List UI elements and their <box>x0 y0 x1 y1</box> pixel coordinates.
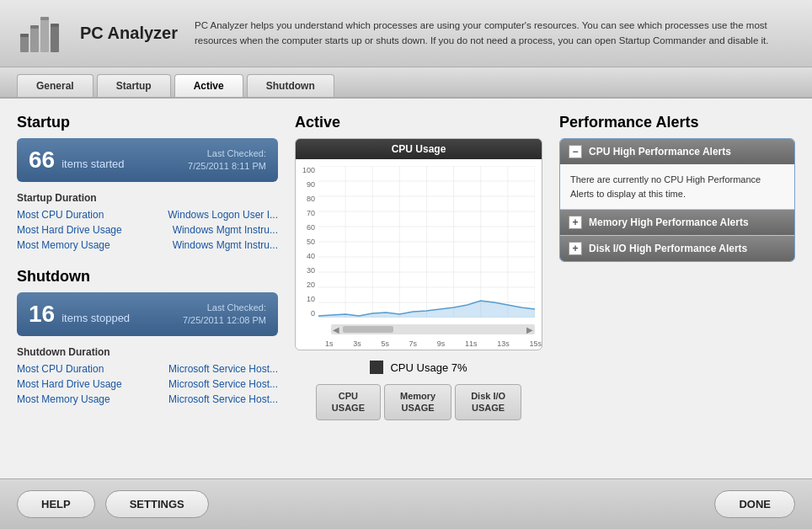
startup-title: Startup <box>17 114 278 131</box>
right-arrow-icon[interactable]: ▶ <box>525 325 535 334</box>
disk-alerts-header[interactable]: + Disk I/O High Performance Alerts <box>560 236 794 261</box>
app-title: PC Analyzer <box>80 24 178 43</box>
tab-shutdown[interactable]: Shutdown <box>247 74 334 97</box>
startup-row-2-label[interactable]: Most Memory Usage <box>17 239 110 251</box>
svg-rect-5 <box>30 25 39 29</box>
disk-usage-tab[interactable]: Disk I/OUSAGE <box>455 384 521 420</box>
header: PC Analyzer PC Analyzer helps you unders… <box>0 0 812 67</box>
shutdown-duration-label: Shutdown Duration <box>17 346 278 358</box>
active-title: Active <box>295 114 542 131</box>
footer-left-buttons: HELP SETTINGS <box>17 490 209 518</box>
startup-row-2-value[interactable]: Windows Mgmt Instru... <box>173 239 278 251</box>
shutdown-row-2-label[interactable]: Most Memory Usage <box>17 393 110 405</box>
legend-label: CPU Usage 7% <box>390 361 467 374</box>
disk-alerts-item: + Disk I/O High Performance Alerts <box>560 236 794 261</box>
svg-rect-4 <box>20 34 29 37</box>
shutdown-title: Shutdown <box>17 268 278 286</box>
shutdown-count-area: 16 items stopped <box>29 301 130 328</box>
chart-svg <box>318 166 535 318</box>
memory-alerts-toggle[interactable]: + <box>569 216 582 229</box>
memory-alerts-label: Memory High Performance Alerts <box>589 216 749 228</box>
startup-last-checked: Last Checked: 7/25/2011 8:11 PM <box>188 147 266 174</box>
left-column: Startup 66 items started Last Checked: 7… <box>17 114 278 463</box>
svg-rect-2 <box>40 19 49 52</box>
shutdown-row-0-value[interactable]: Microsoft Service Host... <box>168 363 278 375</box>
shutdown-row-1-label[interactable]: Most Hard Drive Usage <box>17 378 122 390</box>
shutdown-row-1: Most Hard Drive Usage Microsoft Service … <box>17 378 278 390</box>
startup-count: 66 <box>29 147 55 174</box>
shutdown-section: Shutdown 16 items stopped Last Checked: … <box>17 268 278 409</box>
performance-alerts-title: Performance Alerts <box>559 114 795 131</box>
done-button[interactable]: DONE <box>714 490 795 518</box>
startup-row-1-label[interactable]: Most Hard Drive Usage <box>17 224 122 236</box>
footer: HELP SETTINGS DONE <box>0 478 812 529</box>
disk-alerts-label: Disk I/O High Performance Alerts <box>589 243 747 254</box>
tab-active[interactable]: Active <box>174 74 243 97</box>
help-button[interactable]: HELP <box>17 490 95 518</box>
shutdown-item-label: items stopped <box>61 312 130 324</box>
chart-plot-area <box>318 166 535 318</box>
startup-row-1-value[interactable]: Windows Mgmt Instru... <box>173 224 278 236</box>
chart-scrollbar[interactable]: ◀ ▶ <box>331 324 535 334</box>
startup-row-0: Most CPU Duration Windows Logon User I..… <box>17 209 278 221</box>
startup-row-2: Most Memory Usage Windows Mgmt Instru... <box>17 239 278 251</box>
svg-rect-0 <box>20 35 29 52</box>
shutdown-count: 16 <box>29 301 55 328</box>
cpu-legend: CPU Usage 7% <box>295 361 542 374</box>
cpu-alerts-header[interactable]: − CPU High Performance Alerts <box>560 139 794 164</box>
memory-alerts-header[interactable]: + Memory High Performance Alerts <box>560 210 794 235</box>
settings-button[interactable]: SETTINGS <box>105 490 209 518</box>
startup-duration-label: Startup Duration <box>17 192 278 204</box>
tab-general[interactable]: General <box>17 74 93 97</box>
shutdown-row-2: Most Memory Usage Microsoft Service Host… <box>17 393 278 405</box>
app-logo <box>17 10 67 56</box>
shutdown-last-checked: Last Checked: 7/25/2011 12:08 PM <box>183 302 266 328</box>
startup-last-checked-label: Last Checked: <box>188 147 266 160</box>
chart-body: 100 90 80 70 60 50 40 30 20 10 0 <box>296 159 542 324</box>
shutdown-row-1-value[interactable]: Microsoft Service Host... <box>168 378 278 390</box>
header-description: PC Analyzer helps you understand which p… <box>195 19 795 48</box>
memory-usage-tab[interactable]: MemoryUSAGE <box>384 384 451 420</box>
svg-rect-3 <box>51 25 59 52</box>
memory-alerts-item: + Memory High Performance Alerts <box>560 210 794 236</box>
tab-startup[interactable]: Startup <box>97 74 171 97</box>
disk-alerts-toggle[interactable]: + <box>569 242 582 255</box>
performance-alerts-box: − CPU High Performance Alerts There are … <box>559 138 795 262</box>
cpu-usage-tab[interactable]: CPUUSAGE <box>316 384 381 420</box>
startup-item-label: items started <box>61 158 124 170</box>
startup-info-box: 66 items started Last Checked: 7/25/2011… <box>17 138 278 182</box>
startup-row-0-value[interactable]: Windows Logon User I... <box>168 209 278 221</box>
startup-row-1: Most Hard Drive Usage Windows Mgmt Instr… <box>17 224 278 236</box>
legend-swatch <box>370 361 383 374</box>
svg-rect-7 <box>51 24 59 27</box>
svg-rect-6 <box>40 17 49 20</box>
shutdown-row-2-value[interactable]: Microsoft Service Host... <box>168 393 278 405</box>
tab-bar: General Startup Active Shutdown <box>0 67 812 99</box>
chart-header: CPU Usage <box>296 139 542 159</box>
startup-count-area: 66 items started <box>29 147 125 174</box>
performance-alerts-column: Performance Alerts − CPU High Performanc… <box>559 114 795 463</box>
chart-scrollbar-thumb[interactable] <box>343 326 393 333</box>
shutdown-row-0: Most CPU Duration Microsoft Service Host… <box>17 363 278 375</box>
startup-section: Startup 66 items started Last Checked: 7… <box>17 114 278 254</box>
startup-row-0-label[interactable]: Most CPU Duration <box>17 209 104 221</box>
active-column: Active CPU Usage 100 90 80 70 60 50 40 3… <box>295 114 542 463</box>
usage-tabs: CPUUSAGE MemoryUSAGE Disk I/OUSAGE <box>295 384 542 420</box>
cpu-alerts-body: There are currently no CPU High Performa… <box>560 164 794 209</box>
startup-last-checked-value: 7/25/2011 8:11 PM <box>188 160 266 173</box>
shutdown-last-checked-value: 7/25/2011 12:08 PM <box>183 314 266 327</box>
left-arrow-icon[interactable]: ◀ <box>331 325 341 334</box>
shutdown-info-box: 16 items stopped Last Checked: 7/25/2011… <box>17 292 278 336</box>
cpu-chart: CPU Usage 100 90 80 70 60 50 40 30 20 10… <box>295 138 542 350</box>
main-content: Startup 66 items started Last Checked: 7… <box>0 99 812 478</box>
cpu-alerts-toggle[interactable]: − <box>569 145 582 158</box>
cpu-alerts-label: CPU High Performance Alerts <box>589 146 731 158</box>
shutdown-row-0-label[interactable]: Most CPU Duration <box>17 363 104 375</box>
svg-rect-1 <box>30 27 39 52</box>
chart-x-labels: 1s 3s 5s 7s 9s 11s 13s 15s <box>296 338 542 350</box>
chart-y-axis: 100 90 80 70 60 50 40 30 20 10 0 <box>302 166 318 318</box>
cpu-alerts-item: − CPU High Performance Alerts There are … <box>560 139 794 210</box>
shutdown-last-checked-label: Last Checked: <box>183 302 266 314</box>
